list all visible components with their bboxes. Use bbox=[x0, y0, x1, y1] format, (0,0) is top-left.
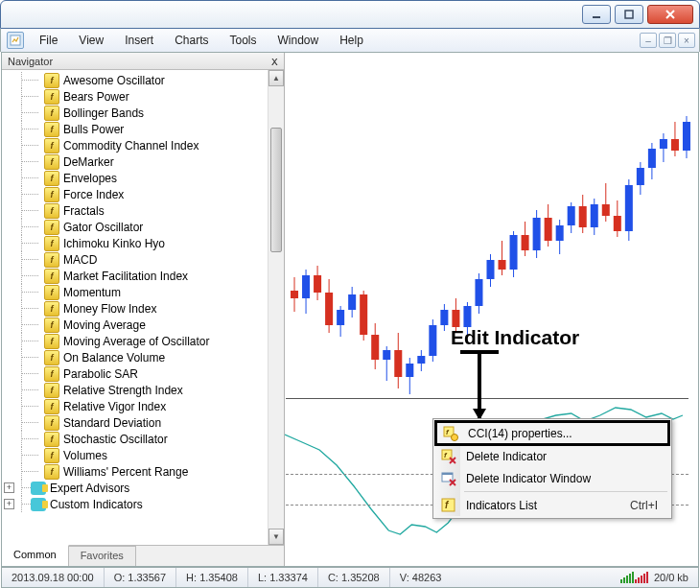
menu-tools[interactable]: Tools bbox=[221, 31, 267, 50]
tree-item[interactable]: fEnvelopes bbox=[15, 170, 284, 186]
tree-item[interactable]: fStochastic Oscillator bbox=[15, 431, 284, 447]
svg-rect-14 bbox=[348, 294, 356, 310]
indicator-icon: f bbox=[44, 448, 59, 463]
tree-item[interactable]: fIchimoku Kinko Hyo bbox=[15, 235, 284, 251]
tree-item[interactable]: fDeMarker bbox=[15, 153, 284, 170]
mdi-minimize-button[interactable]: – bbox=[640, 33, 657, 48]
tree-item[interactable]: fMomentum bbox=[15, 284, 284, 300]
tree-item[interactable]: fAwesome Oscillator bbox=[15, 72, 284, 88]
ctx-properties[interactable]: f CCI(14) properties... bbox=[434, 420, 670, 446]
tree-item[interactable]: fMoving Average bbox=[15, 317, 284, 333]
svg-rect-26 bbox=[417, 356, 425, 364]
navigator-tabs: Common Favorites bbox=[2, 545, 284, 566]
navigator-scrollbar[interactable]: ▲ ▼ bbox=[268, 70, 284, 545]
svg-rect-62 bbox=[625, 185, 633, 231]
svg-point-75 bbox=[452, 434, 458, 440]
advisor-icon bbox=[31, 498, 46, 511]
callout-arrow bbox=[478, 353, 481, 418]
tab-favorites[interactable]: Favorites bbox=[69, 546, 136, 566]
tree-item[interactable]: fForce Index bbox=[15, 186, 284, 202]
svg-rect-16 bbox=[360, 294, 367, 335]
svg-rect-68 bbox=[660, 139, 667, 149]
indicator-icon: f bbox=[44, 301, 59, 317]
tree-item[interactable]: fStandard Deviation bbox=[15, 414, 284, 431]
svg-rect-20 bbox=[383, 350, 390, 360]
status-date: 2013.09.18 00:00 bbox=[2, 568, 105, 587]
navigator-tree[interactable]: fAwesome OscillatorfBears PowerfBollinge… bbox=[2, 70, 284, 545]
window-maximize-button[interactable] bbox=[615, 5, 643, 24]
indicator-icon: f bbox=[44, 89, 59, 105]
window-minimize-button[interactable] bbox=[582, 5, 611, 24]
tree-item[interactable]: fWilliams' Percent Range bbox=[15, 463, 284, 480]
indicator-icon: f bbox=[44, 122, 59, 137]
indicator-separator bbox=[286, 398, 688, 399]
svg-rect-12 bbox=[337, 310, 344, 325]
scroll-up-icon[interactable]: ▲ bbox=[268, 70, 284, 86]
window-titlebar bbox=[0, 0, 700, 29]
svg-rect-4 bbox=[291, 291, 298, 298]
menu-file[interactable]: File bbox=[30, 31, 67, 50]
tree-item[interactable]: fCommodity Channel Index bbox=[15, 137, 284, 153]
expand-icon[interactable]: + bbox=[4, 499, 14, 509]
mdi-close-button[interactable]: × bbox=[678, 33, 695, 48]
tree-item-label: Bears Power bbox=[63, 90, 129, 104]
tree-item[interactable]: fVolumes bbox=[15, 447, 284, 463]
menu-view[interactable]: View bbox=[69, 31, 113, 50]
indicator-icon: f bbox=[44, 334, 59, 349]
menu-insert[interactable]: Insert bbox=[115, 31, 163, 50]
tab-common[interactable]: Common bbox=[2, 545, 69, 566]
tree-item[interactable]: fRelative Vigor Index bbox=[15, 398, 284, 414]
tree-group[interactable]: +Expert Advisors bbox=[15, 480, 284, 496]
svg-rect-54 bbox=[579, 206, 587, 227]
scroll-thumb[interactable] bbox=[270, 128, 282, 252]
svg-rect-52 bbox=[568, 206, 575, 225]
ctx-item-label: Delete Indicator bbox=[466, 450, 547, 463]
tree-item[interactable]: fMarket Facilitation Index bbox=[15, 268, 284, 284]
menu-window[interactable]: Window bbox=[268, 31, 329, 50]
svg-rect-72 bbox=[683, 122, 690, 151]
advisor-icon bbox=[31, 482, 46, 495]
svg-rect-0 bbox=[593, 16, 600, 18]
tree-group[interactable]: +Custom Indicators bbox=[15, 496, 284, 512]
tree-item[interactable]: fMoney Flow Index bbox=[15, 300, 284, 317]
ctx-item-label: CCI(14) properties... bbox=[468, 427, 572, 440]
fx-delete-icon: f bbox=[441, 449, 456, 464]
expand-icon[interactable]: + bbox=[4, 482, 14, 493]
mdi-restore-button[interactable]: ❐ bbox=[659, 33, 676, 48]
tree-item[interactable]: fMACD bbox=[15, 251, 284, 268]
ctx-indicators-list[interactable]: f Indicators List Ctrl+I bbox=[435, 494, 669, 516]
svg-rect-8 bbox=[314, 275, 321, 293]
fx-gear-icon: f bbox=[443, 426, 458, 441]
tree-item[interactable]: fBears Power bbox=[15, 88, 284, 105]
tree-item[interactable]: fOn Balance Volume bbox=[15, 349, 284, 365]
tree-item-label: Fractals bbox=[63, 204, 105, 218]
navigator-close-icon[interactable]: x bbox=[271, 55, 278, 68]
tree-item[interactable]: fMoving Average of Oscillator bbox=[15, 333, 284, 349]
tree-item[interactable]: fParabolic SAR bbox=[15, 365, 284, 382]
scroll-down-icon[interactable]: ▼ bbox=[268, 529, 284, 545]
svg-rect-28 bbox=[429, 325, 436, 356]
tree-item[interactable]: fRelative Strength Index bbox=[15, 382, 284, 398]
svg-rect-34 bbox=[463, 306, 471, 327]
ctx-delete-window[interactable]: Delete Indicator Window bbox=[435, 467, 669, 489]
tree-item[interactable]: fFractals bbox=[15, 202, 284, 219]
svg-rect-32 bbox=[452, 310, 459, 327]
tree-item[interactable]: fBollinger Bands bbox=[15, 105, 284, 121]
menu-charts[interactable]: Charts bbox=[165, 31, 218, 50]
tree-item[interactable]: fGator Oscillator bbox=[15, 219, 284, 235]
tree-item[interactable]: fBulls Power bbox=[15, 121, 284, 137]
svg-rect-48 bbox=[545, 218, 552, 241]
svg-rect-42 bbox=[510, 235, 518, 270]
ctx-delete-indicator[interactable]: f Delete Indicator bbox=[435, 445, 669, 467]
connection-text: 20/0 kb bbox=[654, 572, 688, 583]
window-close-button[interactable] bbox=[647, 5, 693, 24]
navigator-title: Navigator bbox=[8, 56, 53, 67]
indicator-icon: f bbox=[44, 220, 59, 235]
menu-help[interactable]: Help bbox=[330, 31, 373, 50]
svg-rect-30 bbox=[440, 310, 448, 325]
tree-item-label: Awesome Oscillator bbox=[63, 74, 165, 87]
svg-rect-24 bbox=[406, 364, 413, 377]
indicator-icon: f bbox=[44, 318, 59, 333]
tree-item-label: Williams' Percent Range bbox=[63, 465, 188, 479]
indicator-icon: f bbox=[44, 366, 59, 382]
